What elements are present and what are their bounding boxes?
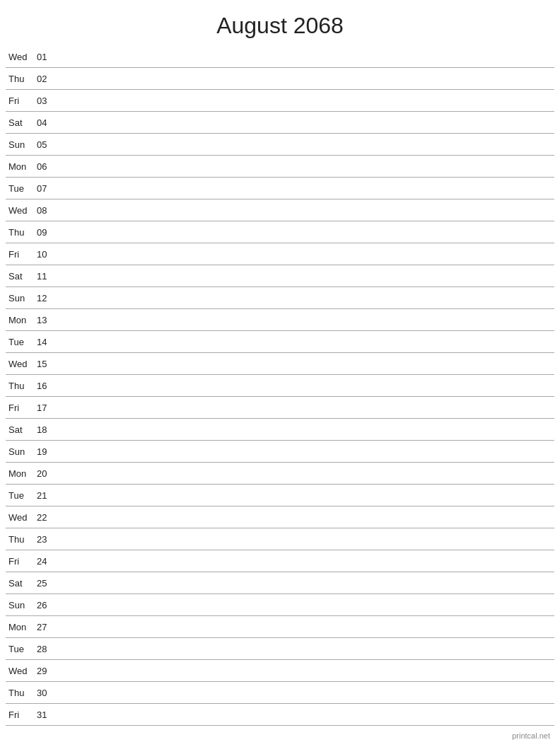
day-name: Sat: [8, 424, 37, 435]
day-name: Fri: [8, 95, 37, 106]
day-name: Fri: [8, 556, 37, 567]
day-number: 04: [37, 117, 57, 128]
day-name: Tue: [8, 337, 37, 347]
day-name: Fri: [8, 710, 37, 720]
day-line: [57, 495, 552, 496]
day-number: 25: [37, 578, 57, 589]
day-number: 20: [37, 468, 57, 479]
day-name: Sun: [8, 446, 37, 457]
day-name: Tue: [8, 490, 37, 501]
day-row: Sat11: [6, 265, 554, 287]
day-line: [57, 122, 552, 123]
day-row: Mon06: [6, 156, 554, 178]
day-name: Sun: [8, 139, 37, 150]
day-row: Fri17: [6, 397, 554, 419]
day-name: Wed: [8, 52, 37, 62]
day-row: Wed29: [6, 660, 554, 682]
day-name: Thu: [8, 688, 37, 698]
day-name: Mon: [8, 161, 37, 172]
day-number: 24: [37, 556, 57, 567]
day-line: [57, 144, 552, 145]
day-row: Thu02: [6, 68, 554, 90]
day-number: 18: [37, 424, 57, 435]
day-line: [57, 298, 552, 299]
day-name: Wed: [8, 666, 37, 676]
day-line: [57, 429, 552, 430]
day-line: [57, 605, 552, 606]
day-row: Wed08: [6, 199, 554, 221]
day-name: Wed: [8, 205, 37, 216]
day-number: 26: [37, 600, 57, 610]
day-name: Fri: [8, 249, 37, 260]
day-number: 29: [37, 666, 57, 676]
day-row: Wed15: [6, 353, 554, 375]
day-number: 21: [37, 490, 57, 501]
day-line: [57, 714, 552, 715]
day-row: Wed22: [6, 506, 554, 528]
day-row: Sat18: [6, 419, 554, 441]
day-row: Sun26: [6, 594, 554, 616]
day-number: 13: [37, 315, 57, 325]
day-number: 11: [37, 271, 57, 282]
day-name: Thu: [8, 534, 37, 545]
day-row: Thu09: [6, 221, 554, 243]
day-row: Fri03: [6, 90, 554, 112]
day-row: Tue07: [6, 178, 554, 199]
day-number: 27: [37, 622, 57, 632]
day-number: 23: [37, 534, 57, 545]
day-row: Tue14: [6, 331, 554, 353]
day-name: Thu: [8, 74, 37, 84]
day-line: [57, 232, 552, 233]
day-number: 02: [37, 74, 57, 84]
day-row: Thu23: [6, 528, 554, 550]
day-name: Tue: [8, 644, 37, 654]
day-number: 16: [37, 381, 57, 391]
day-line: [57, 671, 552, 671]
day-line: [57, 342, 552, 342]
day-row: Fri10: [6, 243, 554, 265]
day-row: Sun19: [6, 441, 554, 463]
day-number: 12: [37, 293, 57, 303]
day-row: Tue28: [6, 638, 554, 660]
day-row: Thu30: [6, 682, 554, 704]
day-line: [57, 561, 552, 562]
day-number: 05: [37, 139, 57, 150]
day-number: 03: [37, 95, 57, 106]
day-row: Sat25: [6, 572, 554, 594]
day-row: Fri24: [6, 550, 554, 572]
day-name: Mon: [8, 468, 37, 479]
day-line: [57, 364, 552, 364]
day-row: Fri31: [6, 704, 554, 726]
day-row: Tue21: [6, 485, 554, 506]
day-number: 19: [37, 446, 57, 457]
day-number: 08: [37, 205, 57, 216]
day-line: [57, 276, 552, 277]
day-line: [57, 79, 552, 79]
day-name: Fri: [8, 403, 37, 413]
day-name: Sun: [8, 293, 37, 303]
day-name: Sat: [8, 271, 37, 282]
day-row: Thu16: [6, 375, 554, 397]
day-row: Mon13: [6, 309, 554, 331]
day-number: 31: [37, 710, 57, 720]
day-number: 15: [37, 359, 57, 369]
day-name: Thu: [8, 227, 37, 238]
day-line: [57, 210, 552, 211]
day-line: [57, 451, 552, 452]
calendar-grid: Wed01Thu02Fri03Sat04Sun05Mon06Tue07Wed08…: [0, 46, 560, 726]
day-name: Sun: [8, 600, 37, 610]
day-number: 10: [37, 249, 57, 260]
day-line: [57, 254, 552, 255]
day-number: 28: [37, 644, 57, 654]
day-number: 30: [37, 688, 57, 698]
day-name: Mon: [8, 315, 37, 325]
day-row: Mon20: [6, 463, 554, 485]
day-number: 07: [37, 183, 57, 194]
day-line: [57, 627, 552, 627]
day-number: 14: [37, 337, 57, 347]
day-number: 22: [37, 512, 57, 523]
day-line: [57, 693, 552, 693]
day-line: [57, 517, 552, 518]
day-line: [57, 407, 552, 408]
day-row: Sat04: [6, 112, 554, 134]
